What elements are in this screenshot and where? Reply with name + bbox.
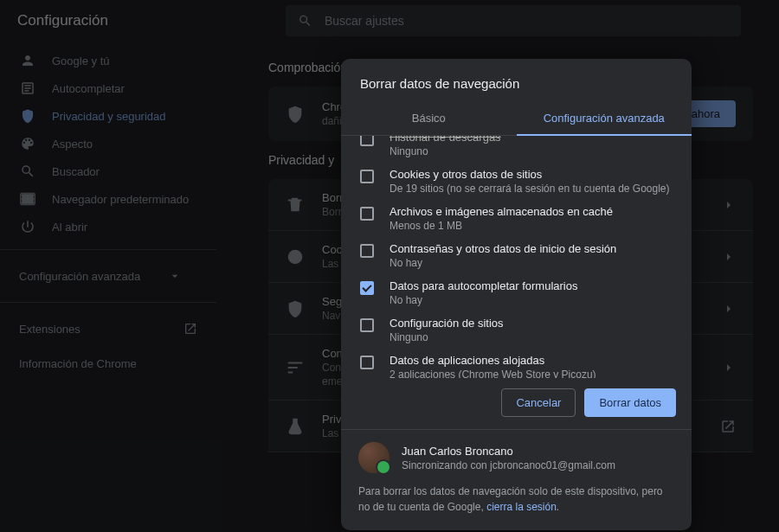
checkbox-title: Historial de descargas [390, 136, 501, 144]
clear-data-button[interactable]: Borrar datos [584, 388, 676, 417]
checkbox-title: Archivos e imágenes almacenados en caché [390, 205, 613, 218]
avatar [358, 442, 390, 473]
checkbox-sub: 2 aplicaciones (Chrome Web Store y Picoz… [390, 369, 596, 378]
checkbox-row-site-settings[interactable]: Configuración de sitios Ninguno [355, 311, 678, 349]
dialog-title: Borrar datos de navegación [341, 59, 692, 103]
sync-user-row: Juan Carlos Broncano Sincronizando con j… [358, 442, 674, 473]
footnote: Para borrar los datos de navegación solo… [358, 484, 674, 515]
checkbox-row-cache[interactable]: Archivos e imágenes almacenados en caché… [355, 200, 678, 237]
checkbox-sub: Menos de 1 MB [390, 220, 613, 232]
dialog-tabs: Básico Configuración avanzada [341, 103, 692, 136]
checkbox-row-cookies[interactable]: Cookies y otros datos de sitios De 19 si… [355, 163, 678, 200]
dialog-footer: Juan Carlos Broncano Sincronizando con j… [341, 429, 692, 530]
checkbox-sub: De 19 sitios (no se cerrará la sesión en… [390, 183, 670, 195]
user-name: Juan Carlos Broncano [402, 445, 615, 458]
sign-out-link[interactable]: cierra la sesión [486, 501, 557, 513]
checkbox[interactable] [360, 170, 374, 183]
checkbox-sub: Ninguno [390, 145, 501, 157]
user-sync-status: Sincronizando con jcbroncanoc01@gmail.co… [402, 459, 615, 471]
checkbox-sub: Ninguno [390, 331, 504, 343]
checkbox-title: Datos de aplicaciones alojadas [390, 354, 596, 367]
checkbox-row-autofill[interactable]: Datos para autocompletar formularios No … [355, 274, 678, 311]
checkbox[interactable] [360, 318, 374, 332]
checkbox[interactable] [360, 136, 374, 146]
dialog-actions: Cancelar Borrar datos [341, 378, 692, 429]
checkbox-sub: No hay [390, 257, 616, 269]
checkbox-title: Datos para autocompletar formularios [390, 279, 578, 292]
checkbox-sub: No hay [390, 294, 578, 306]
checkbox-title: Contraseñas y otros datos de inicio de s… [390, 242, 616, 255]
dialog-body: Historial de descargas Ninguno Cookies y… [341, 136, 692, 378]
checkbox-row-hosted-apps[interactable]: Datos de aplicaciones alojadas 2 aplicac… [355, 349, 678, 378]
cancel-button[interactable]: Cancelar [501, 388, 576, 417]
checkbox-row-downloads[interactable]: Historial de descargas Ninguno [355, 136, 678, 163]
checkbox-row-passwords[interactable]: Contraseñas y otros datos de inicio de s… [355, 237, 678, 274]
clear-data-dialog: Borrar datos de navegación Básico Config… [341, 59, 692, 530]
tab-advanced[interactable]: Configuración avanzada [517, 103, 692, 135]
checkbox-title: Configuración de sitios [390, 317, 504, 330]
checkbox[interactable] [360, 244, 374, 258]
footnote-post: . [557, 501, 559, 513]
tab-basic[interactable]: Básico [341, 103, 517, 135]
checkbox[interactable] [360, 281, 374, 295]
checkbox-title: Cookies y otros datos de sitios [390, 168, 670, 181]
checkbox[interactable] [360, 207, 374, 221]
dialog-scroll[interactable]: Historial de descargas Ninguno Cookies y… [341, 136, 692, 378]
checkbox[interactable] [360, 356, 374, 369]
